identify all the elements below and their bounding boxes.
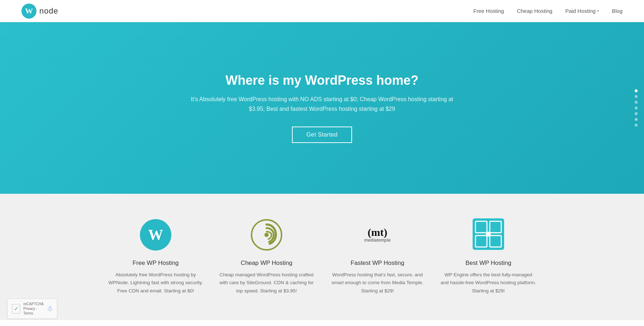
slide-dot-6[interactable] bbox=[635, 118, 638, 121]
best-wp-title: Best WP Hosting bbox=[440, 260, 537, 267]
slide-dot-7[interactable] bbox=[635, 124, 638, 127]
free-wp-title: Free WP Hosting bbox=[107, 260, 204, 267]
siteground-icon bbox=[251, 219, 282, 251]
wordpress-icon: W bbox=[140, 219, 171, 251]
feature-best-wp: Best WP Hosting WP Engine offers the bes… bbox=[440, 219, 537, 295]
fastest-wp-desc: WordPress hosting that's fast, secure, a… bbox=[329, 271, 426, 295]
features-grid: W Free WP Hosting Absolutely free WordPr… bbox=[107, 219, 537, 295]
get-started-button[interactable]: Get Started bbox=[292, 127, 352, 143]
cheap-wp-icon-wrap bbox=[250, 219, 283, 251]
recaptcha-badge: ✓ reCAPTCHA Privacy - Terms ☃ bbox=[7, 298, 57, 319]
hero-subtitle: It's Absolutely free WordPress hosting w… bbox=[186, 94, 458, 114]
feature-free-wp: W Free WP Hosting Absolutely free WordPr… bbox=[107, 219, 204, 295]
hero-title: Where is my WordPress home? bbox=[186, 73, 458, 88]
nav-paid-hosting[interactable]: Paid Hosting ▾ bbox=[565, 8, 599, 14]
best-wp-icon-wrap bbox=[472, 219, 504, 251]
slide-dot-2[interactable] bbox=[635, 95, 638, 98]
free-wp-desc: Absolutely free WordPress hosting by WPN… bbox=[107, 271, 204, 295]
header: W node Free Hosting Cheap Hosting Paid H… bbox=[0, 0, 644, 22]
logo-text: node bbox=[39, 6, 58, 16]
nav-free-hosting[interactable]: Free Hosting bbox=[473, 8, 504, 14]
slide-dot-1[interactable] bbox=[635, 89, 638, 92]
cheap-wp-desc: Cheap managed WordPress hosting crafted … bbox=[218, 271, 315, 295]
nav-cheap-hosting[interactable]: Cheap Hosting bbox=[517, 8, 552, 14]
best-wp-desc: WP Engine offers the best fully-managed … bbox=[440, 271, 537, 295]
chevron-down-icon: ▾ bbox=[597, 9, 599, 13]
recaptcha-checkbox[interactable]: ✓ bbox=[12, 304, 20, 314]
main-nav: Free Hosting Cheap Hosting Paid Hosting … bbox=[473, 8, 623, 14]
feature-cheap-wp: Cheap WP Hosting Cheap managed WordPress… bbox=[218, 219, 315, 295]
slide-dot-5[interactable] bbox=[635, 112, 638, 115]
cheap-wp-title: Cheap WP Hosting bbox=[218, 260, 315, 267]
slide-dots bbox=[635, 89, 638, 127]
wpengine-icon bbox=[473, 218, 504, 251]
fastest-wp-title: Fastest WP Hosting bbox=[329, 260, 426, 267]
logo-icon: W bbox=[21, 4, 36, 19]
nav-blog[interactable]: Blog bbox=[612, 8, 623, 14]
svg-point-7 bbox=[486, 232, 491, 237]
recaptcha-label: reCAPTCHA bbox=[23, 302, 44, 306]
recaptcha-logo-icon: ☃ bbox=[47, 305, 53, 313]
hero-content: Where is my WordPress home? It's Absolut… bbox=[186, 73, 458, 143]
slide-dot-4[interactable] bbox=[635, 107, 638, 109]
logo[interactable]: W node bbox=[21, 4, 58, 19]
feature-fastest-wp: (mt) mediatemple Fastest WP Hosting Word… bbox=[329, 219, 426, 295]
features-section: W Free WP Hosting Absolutely free WordPr… bbox=[0, 194, 644, 320]
hero-section: Where is my WordPress home? It's Absolut… bbox=[0, 22, 644, 194]
recaptcha-privacy: Privacy - Terms bbox=[23, 306, 44, 316]
slide-dot-3[interactable] bbox=[635, 101, 638, 104]
free-wp-icon-wrap: W bbox=[140, 219, 172, 251]
fastest-wp-icon-wrap: (mt) mediatemple bbox=[345, 219, 410, 251]
mediatemple-icon: (mt) mediatemple bbox=[364, 227, 391, 243]
svg-point-1 bbox=[264, 233, 269, 237]
